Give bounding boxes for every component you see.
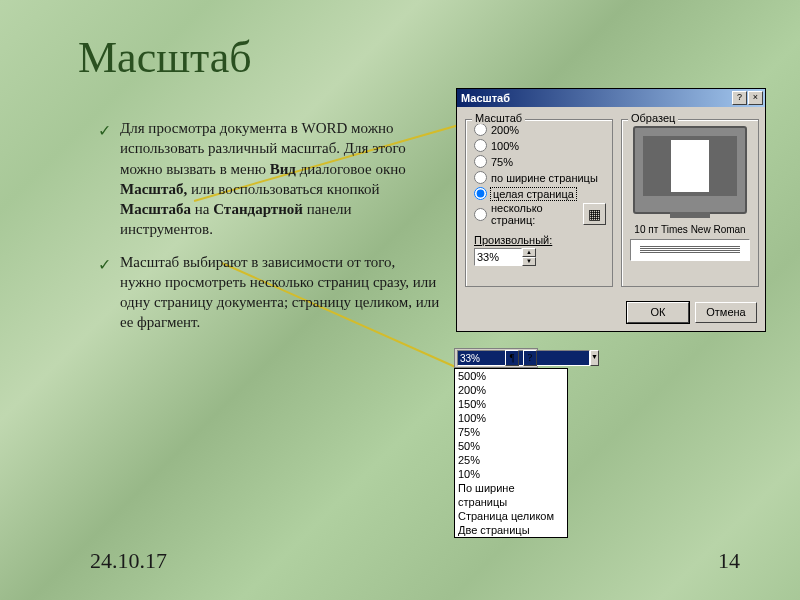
scale-group: Масштаб 200% 100% 75% по ширине страницы… (465, 119, 613, 287)
sample-group: Образец 10 пт Times New Roman (621, 119, 759, 287)
sample-text-preview (630, 239, 750, 261)
titlebar[interactable]: Масштаб ? × (457, 89, 765, 107)
arbitrary-label: Произвольный: (474, 234, 552, 246)
dropdown-item[interactable]: 75% (455, 425, 567, 439)
zoom-dialog: Масштаб ? × Масштаб 200% 100% 75% по шир… (456, 88, 766, 332)
radio-label: несколько страниц: (491, 202, 577, 226)
bullet-list: ✓ Для просмотра документа в WORD можно и… (90, 118, 440, 345)
zoom-toolbar: ▼ ¶ ? (454, 348, 538, 368)
dropdown-item[interactable]: Страница целиком (455, 509, 567, 523)
bullet-text: Масштаб выбирают в зависимости от того, … (120, 254, 439, 331)
radio-label: по ширине страницы (491, 172, 598, 184)
radio-page-width[interactable] (474, 171, 487, 184)
ok-button[interactable]: ОК (627, 302, 689, 323)
dialog-title: Масштаб (461, 92, 510, 104)
dropdown-item[interactable]: 200% (455, 383, 567, 397)
bullet-item: ✓ Для просмотра документа в WORD можно и… (90, 118, 440, 240)
dropdown-item[interactable]: 150% (455, 397, 567, 411)
dropdown-item[interactable]: 25% (455, 453, 567, 467)
dropdown-item[interactable]: По ширине страницы (455, 481, 567, 509)
zoom-combo[interactable]: ▼ (457, 350, 501, 366)
radio-multi-page[interactable] (474, 208, 487, 221)
radio-whole-page[interactable] (474, 187, 487, 200)
radio-label: 75% (491, 156, 513, 168)
combo-dropdown-button[interactable]: ▼ (590, 350, 599, 366)
dropdown-item[interactable]: Две страницы (455, 523, 567, 537)
monitor-preview (633, 126, 747, 214)
multi-page-icon[interactable]: ▦ (583, 203, 606, 225)
radio-75[interactable] (474, 155, 487, 168)
bullet-item: ✓ Масштаб выбирают в зависимости от того… (90, 252, 440, 333)
help-button[interactable]: ? (732, 91, 747, 105)
spin-up[interactable]: ▲ (522, 248, 536, 257)
sample-font-label: 10 пт Times New Roman (622, 224, 758, 235)
group-label: Масштаб (472, 112, 525, 124)
dropdown-item[interactable]: 50% (455, 439, 567, 453)
spin-down[interactable]: ▼ (522, 257, 536, 266)
close-button[interactable]: × (748, 91, 763, 105)
radio-100[interactable] (474, 139, 487, 152)
check-icon: ✓ (98, 254, 111, 276)
dropdown-item[interactable]: 10% (455, 467, 567, 481)
radio-label: 200% (491, 124, 519, 136)
check-icon: ✓ (98, 120, 111, 142)
radio-label: целая страница (491, 188, 576, 200)
arbitrary-input[interactable] (474, 248, 522, 266)
dropdown-item[interactable]: 100% (455, 411, 567, 425)
radio-label: 100% (491, 140, 519, 152)
dropdown-item[interactable]: 500% (455, 369, 567, 383)
bullet-text: Для просмотра документа в WORD можно исп… (120, 120, 406, 237)
arbitrary-spinner[interactable]: ▲ ▼ (474, 248, 536, 266)
page-title: Масштаб (78, 32, 252, 83)
radio-200[interactable] (474, 123, 487, 136)
group-label: Образец (628, 112, 678, 124)
cancel-button[interactable]: Отмена (695, 302, 757, 323)
zoom-dropdown-list: 500% 200% 150% 100% 75% 50% 25% 10% По ш… (454, 368, 568, 538)
slide-date: 24.10.17 (90, 548, 167, 574)
help-icon[interactable]: ? (523, 350, 537, 366)
paragraph-icon[interactable]: ¶ (505, 350, 519, 366)
slide-number: 14 (718, 548, 740, 574)
